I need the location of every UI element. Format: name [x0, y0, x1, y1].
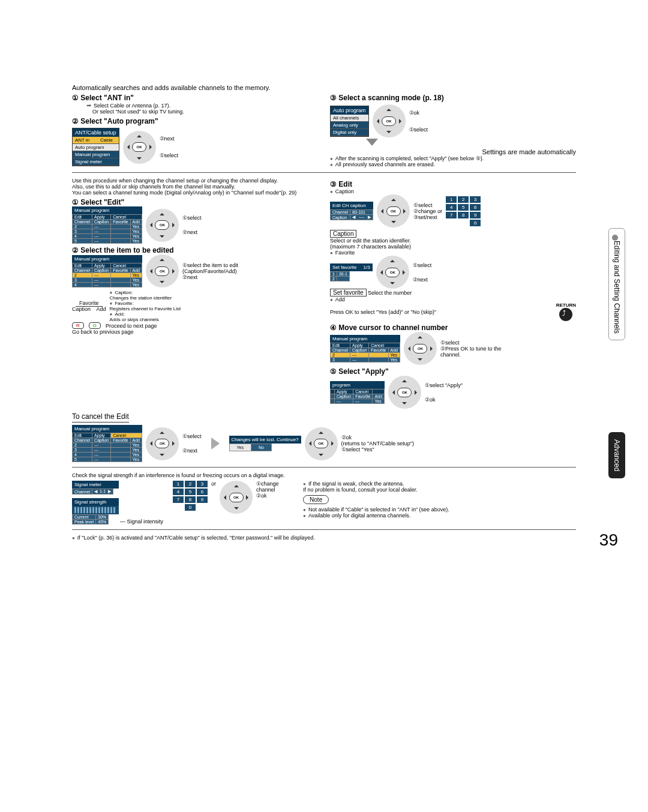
sm-peak: Peak level — [73, 520, 96, 525]
key-1[interactable]: 1 — [446, 196, 457, 203]
key-5[interactable]: 5 — [185, 489, 196, 495]
sf-row1-val: 26-1 — [337, 271, 349, 276]
step1-title: ① Select "ANT in" — [72, 94, 318, 102]
key-2[interactable]: 2 — [185, 481, 196, 487]
cell-yes: Yes — [130, 234, 142, 239]
nav-pad[interactable] — [404, 332, 437, 365]
col-apply: Apply — [350, 343, 369, 347]
key-6[interactable]: 6 — [470, 204, 481, 211]
col-add: Add — [373, 394, 384, 398]
col-edit: Edit — [331, 343, 350, 347]
cell-yes: Yes — [130, 457, 142, 462]
col-caption: Caption — [92, 220, 111, 224]
key-9[interactable]: 9 — [197, 496, 208, 503]
manual-program-table-2: Manual program EditApplyCancel ChannelCa… — [72, 255, 142, 287]
cell-yes: Yes — [130, 224, 142, 229]
dialog-no[interactable]: No — [251, 444, 271, 451]
nav-pad[interactable] — [146, 254, 179, 287]
nav-set-next: ③set/next — [413, 214, 442, 220]
sm-current: Current — [73, 515, 96, 520]
nav-pad[interactable] — [146, 209, 179, 242]
manual-program-table-3: Manual program EditApplyCancel ChannelCa… — [330, 335, 400, 362]
key-1[interactable]: 1 — [173, 481, 184, 487]
caption-desc2b: (maximum 7 characters available) — [330, 244, 411, 250]
key-4[interactable]: 4 — [446, 204, 457, 211]
bullet-erased: All previously saved channels are erased… — [330, 161, 576, 167]
set-fav-page: 1/3 — [364, 265, 370, 270]
green-button[interactable]: G — [89, 322, 101, 329]
label-caption: Caption — [72, 306, 91, 312]
manual-program-header: Manual program — [72, 425, 142, 433]
col-add: Add — [130, 220, 142, 224]
nav-pad[interactable] — [373, 104, 406, 137]
nav-next-label: ②next — [413, 277, 432, 283]
key-3[interactable]: 3 — [197, 481, 208, 487]
col-channel: Channel — [73, 438, 92, 443]
return-label: RETURN — [556, 302, 576, 308]
signal-intensity-label: Signal intensity — [127, 519, 164, 525]
key-3[interactable]: 3 — [470, 196, 481, 203]
auto-program-all: All channels — [331, 115, 368, 122]
key-8[interactable]: 8 — [185, 496, 196, 503]
key-8[interactable]: 8 — [458, 212, 469, 218]
or-label: or — [211, 481, 216, 487]
key-0[interactable]: 0 — [470, 220, 481, 226]
intro-text: Automatically searches and adds availabl… — [72, 84, 576, 91]
edit-caption-header: Edit CH caption — [330, 202, 373, 209]
nav-pad[interactable] — [146, 427, 179, 460]
nav-pad[interactable] — [305, 427, 338, 460]
cell-yes: Yes — [130, 229, 142, 234]
col-caption: Caption — [350, 347, 369, 352]
nav-pad[interactable] — [376, 256, 409, 289]
key-6[interactable]: 6 — [197, 489, 208, 495]
return-button[interactable] — [559, 308, 572, 321]
menu-signal-meter: Signal meter — [73, 158, 119, 166]
col-favorite: Favorite — [111, 220, 130, 224]
manual-program-table: Manual program EditApplyCancel ChannelCa… — [72, 206, 142, 244]
key-7[interactable]: 7 — [173, 496, 184, 503]
caption-head: Caption: — [115, 290, 133, 295]
confirm-dialog: Changes will be lost. Continue? YesNo — [229, 436, 301, 451]
nav-pad[interactable] — [220, 481, 253, 514]
cell-yes: Yes — [130, 448, 142, 453]
key-5[interactable]: 5 — [458, 204, 469, 211]
cell-yes: Yes — [130, 277, 142, 282]
edit3-title: ③ Edit — [330, 180, 576, 188]
col-edit: Edit — [73, 433, 92, 438]
col-edit: Edit — [73, 263, 92, 268]
program-header: program — [330, 381, 385, 389]
col-apply: Apply — [92, 215, 111, 220]
signal-meter-panel: Signal meter Channel◀ 1-1 ▶ Signal stren… — [72, 481, 119, 525]
key-0[interactable]: 0 — [185, 504, 196, 511]
add-bullet: Add — [330, 296, 576, 302]
nav-select-label: ①select — [160, 152, 179, 158]
cancel-edit-table: Manual program EditApplyCancel ChannelCa… — [72, 425, 142, 462]
dialog-yes[interactable]: Yes — [229, 444, 251, 451]
auto-program-digital: Digital only — [331, 129, 368, 136]
manual-program-header: Manual program — [330, 335, 400, 343]
nav-pad[interactable] — [123, 131, 156, 164]
auto-program-analog: Analog only — [331, 122, 368, 129]
favorite-head: Favorite: — [115, 301, 133, 306]
sig-bullet-3: Available only for digital antenna chann… — [303, 513, 576, 519]
nav-select-label: ①select — [413, 202, 442, 208]
favorite-desc: Registers channel to Favorite List — [110, 306, 181, 311]
key-4[interactable]: 4 — [173, 489, 184, 495]
sf-row1: 1 — [331, 271, 337, 276]
nav-ok-label: ②ok — [341, 435, 414, 441]
numeric-keypad[interactable]: 123 456 789 0 — [173, 481, 208, 511]
nav-pad[interactable] — [388, 376, 421, 409]
numeric-keypad[interactable]: 123 456 789 0 — [446, 196, 481, 226]
col-caption: Caption — [92, 268, 111, 272]
step1-sub2: Or select "Not used" to skip TV tuning. — [92, 109, 184, 115]
key-2[interactable]: 2 — [458, 196, 469, 203]
menu-manual-program: Manual program — [73, 151, 119, 158]
step-move-4: ④ Move cursor to channel number — [330, 323, 576, 332]
nav-next-label: ②next — [182, 274, 248, 280]
auto-program-header: Auto program — [331, 106, 368, 115]
nav-pad[interactable] — [377, 194, 410, 227]
red-button[interactable]: R — [72, 322, 84, 329]
sf-row2: 2 — [331, 276, 337, 281]
key-9[interactable]: 9 — [470, 212, 481, 218]
key-7[interactable]: 7 — [446, 212, 457, 218]
